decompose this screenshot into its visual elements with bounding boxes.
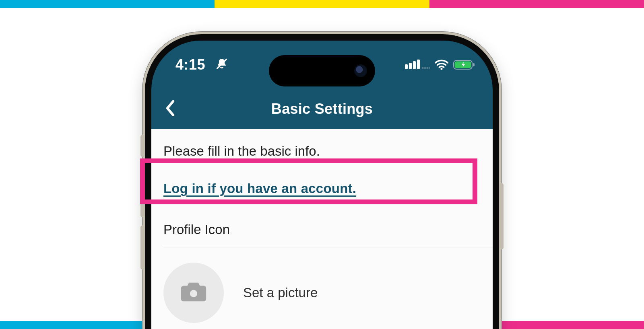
svg-point-9 xyxy=(440,68,442,70)
login-link[interactable]: Log in if you have an account. xyxy=(163,181,356,196)
back-button[interactable] xyxy=(160,99,180,119)
svg-rect-11 xyxy=(473,63,475,66)
status-right xyxy=(405,59,475,71)
svg-rect-4 xyxy=(417,60,420,69)
profile-row[interactable]: Set a picture xyxy=(151,247,493,329)
dynamic-island xyxy=(269,55,375,86)
status-time: 4:15 xyxy=(175,56,205,73)
svg-point-8 xyxy=(429,67,430,69)
login-row[interactable]: Log in if you have an account. xyxy=(151,167,493,210)
top-stripe xyxy=(0,0,644,8)
svg-rect-1 xyxy=(405,64,408,69)
side-button xyxy=(140,135,145,157)
content: Please fill in the basic info. Log in if… xyxy=(151,129,493,329)
chevron-left-icon xyxy=(165,100,175,118)
svg-rect-3 xyxy=(413,61,416,69)
side-button xyxy=(499,183,504,249)
svg-point-6 xyxy=(424,67,426,69)
phone-screen: 4:15 xyxy=(151,41,493,329)
profile-icon-title: Profile Icon xyxy=(151,210,493,247)
nav-bar: Basic Settings xyxy=(151,89,493,129)
stage: 4:15 xyxy=(0,0,644,329)
page-title: Basic Settings xyxy=(271,101,373,117)
camera-icon xyxy=(180,280,208,306)
camera-lens-icon xyxy=(354,64,367,77)
svg-point-5 xyxy=(422,67,424,69)
bell-slash-icon xyxy=(215,57,229,72)
side-button xyxy=(140,225,145,269)
cellular-bars-icon xyxy=(405,59,430,71)
intro-text: Please fill in the basic info. xyxy=(151,129,493,167)
side-button xyxy=(140,173,145,217)
phone-frame: 4:15 xyxy=(145,34,499,329)
avatar-placeholder[interactable] xyxy=(163,263,224,323)
svg-rect-2 xyxy=(409,63,412,69)
set-picture-label: Set a picture xyxy=(243,285,318,300)
battery-charging-icon xyxy=(453,60,475,70)
status-left: 4:15 xyxy=(175,56,229,73)
svg-point-7 xyxy=(427,67,429,69)
wifi-icon xyxy=(435,60,448,70)
